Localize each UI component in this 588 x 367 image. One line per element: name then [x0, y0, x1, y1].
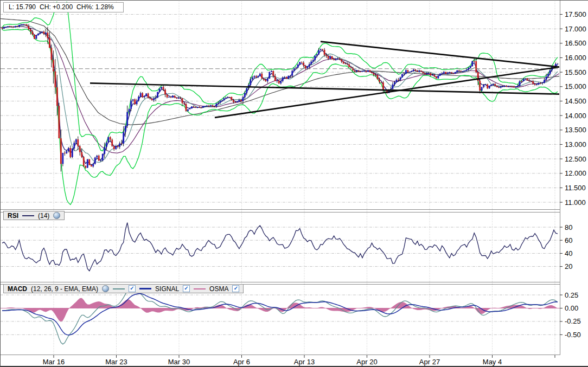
- trendline: [90, 83, 559, 94]
- macd-params: (12, 26, 9 - EMA, EMA): [31, 285, 98, 293]
- svg-text:-0.50: -0.50: [565, 331, 581, 339]
- svg-text:60: 60: [565, 236, 572, 244]
- svg-text:13.000: 13.000: [565, 140, 586, 149]
- svg-text:20: 20: [565, 262, 572, 271]
- svg-text:17.000: 17.000: [565, 25, 586, 33]
- signal-label: SIGNAL: [155, 285, 179, 293]
- macd-header: MACD (12, 26, 9 - EMA, EMA) ✓ SIGNAL ✓ O…: [3, 284, 244, 293]
- svg-text:17.500: 17.500: [565, 10, 586, 18]
- svg-text:14.500: 14.500: [565, 97, 586, 105]
- svg-text:Apr 13: Apr 13: [294, 358, 315, 366]
- candles: [2, 24, 559, 172]
- rsi-line-swatch: [22, 215, 34, 216]
- signal-line-swatch: [139, 288, 151, 289]
- svg-text:11.000: 11.000: [565, 198, 586, 207]
- price-info-box: L: 15.790CH: +0.200CH%: 1.28%: [3, 2, 124, 12]
- osma-swatch: [194, 288, 206, 289]
- svg-text:14.000: 14.000: [565, 112, 586, 120]
- chart-canvas[interactable]: 17.50017.00016.50016.00015.50015.00014.5…: [1, 1, 588, 367]
- rsi-settings-icon[interactable]: [53, 212, 60, 219]
- svg-text:Mar 16: Mar 16: [43, 358, 65, 366]
- svg-text:Apr 20: Apr 20: [356, 358, 377, 366]
- svg-text:May 4: May 4: [483, 358, 502, 366]
- svg-text:0.00: 0.00: [565, 304, 578, 312]
- svg-text:11.500: 11.500: [565, 184, 586, 192]
- svg-text:Apr 6: Apr 6: [233, 358, 250, 366]
- macd-line-swatch: [113, 288, 125, 289]
- svg-text:Mar 30: Mar 30: [168, 358, 190, 366]
- svg-text:16.000: 16.000: [565, 54, 586, 62]
- change-label: CH: +0.200: [40, 3, 73, 11]
- osma-label: OSMA: [209, 285, 228, 293]
- svg-text:80: 80: [565, 223, 572, 231]
- signal-checkbox[interactable]: ✓: [183, 285, 190, 292]
- rsi-params: (14): [38, 212, 49, 220]
- last-price-label: L: 15.790: [9, 3, 36, 11]
- svg-text:13.500: 13.500: [565, 126, 586, 134]
- svg-text:16.500: 16.500: [565, 39, 586, 47]
- svg-text:0.25: 0.25: [565, 291, 578, 299]
- macd-settings-icon[interactable]: [102, 285, 109, 292]
- rsi-header: RSI (14): [3, 211, 65, 220]
- svg-text:15.500: 15.500: [565, 68, 586, 76]
- rsi-panel: [2, 223, 558, 271]
- price-panel: [1, 1, 560, 205]
- macd-panel: [1, 289, 560, 344]
- osma-area: [2, 298, 558, 322]
- rsi-title: RSI: [8, 212, 18, 220]
- svg-text:15.000: 15.000: [565, 82, 586, 91]
- svg-text:Apr 27: Apr 27: [419, 358, 440, 366]
- change-pct-label: CH%: 1.28%: [76, 3, 114, 11]
- svg-text:12.000: 12.000: [565, 169, 586, 177]
- macd-title: MACD: [8, 285, 27, 293]
- osma-checkbox[interactable]: ✓: [232, 285, 239, 292]
- macd-main-line: [2, 289, 558, 344]
- macd-line-checkbox[interactable]: ✓: [129, 285, 136, 292]
- svg-text:12.500: 12.500: [565, 155, 586, 163]
- trading-chart-window: 17.50017.00016.50016.00015.50015.00014.5…: [0, 0, 588, 367]
- svg-text:40: 40: [565, 249, 572, 257]
- svg-text:Mar 23: Mar 23: [105, 358, 127, 366]
- svg-text:-0.25: -0.25: [565, 317, 581, 325]
- signal-line-path: [2, 294, 558, 335]
